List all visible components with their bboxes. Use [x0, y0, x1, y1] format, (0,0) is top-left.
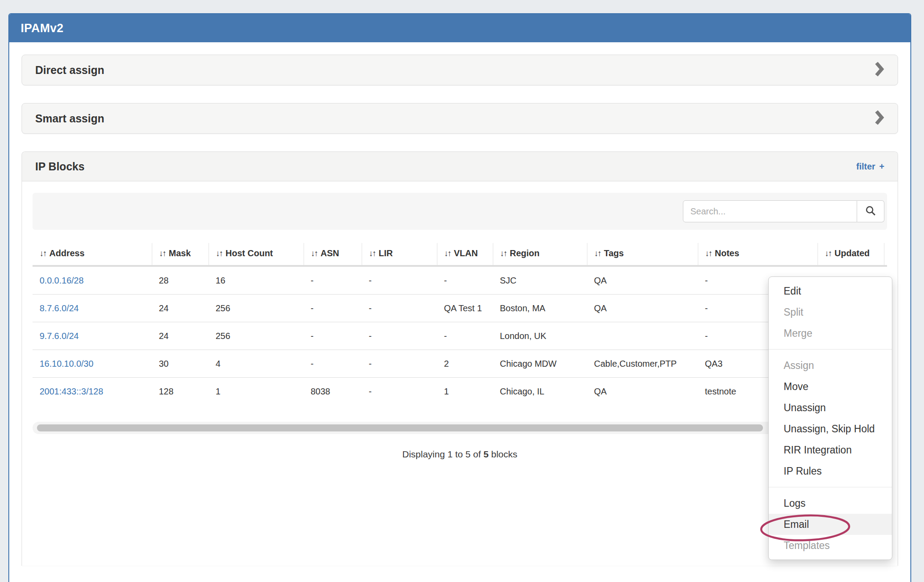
ip-blocks-body: ↓↑Address ↓↑Mask ↓↑Host Count ↓↑ASN ↓↑LI…: [22, 181, 898, 460]
horizontal-scrollbar-track: [33, 422, 887, 434]
block-link[interactable]: 0.0.0.16/28: [40, 276, 84, 285]
column-header-address[interactable]: ↓↑Address: [33, 243, 152, 266]
search-group: [683, 200, 884, 222]
ip-blocks-panel: IP Blocks filter +: [22, 151, 898, 566]
block-link[interactable]: 9.7.6.0/24: [40, 331, 79, 341]
sort-icon: ↓↑: [594, 249, 601, 258]
column-header-notes[interactable]: ↓↑Notes: [698, 243, 818, 266]
column-header-asn[interactable]: ↓↑ASN: [304, 243, 362, 266]
sort-icon: ↓↑: [216, 249, 223, 258]
column-header-vlan[interactable]: ↓↑VLAN: [437, 243, 493, 266]
menu-item-rir-integration[interactable]: RIR Integration: [769, 439, 892, 460]
column-header-mask[interactable]: ↓↑Mask: [152, 243, 209, 266]
total-count: 5: [484, 449, 489, 459]
filter-label: filter: [856, 162, 875, 172]
chevron-right-icon: [875, 61, 884, 79]
smart-assign-title: Smart assign: [35, 112, 104, 125]
column-header-actions: [884, 243, 887, 266]
sort-icon: ↓↑: [159, 249, 166, 258]
sort-icon: ↓↑: [705, 249, 712, 258]
menu-divider: [769, 487, 892, 487]
sort-icon: ↓↑: [40, 249, 46, 258]
sort-icon: ↓↑: [369, 249, 376, 258]
menu-item-ip-rules[interactable]: IP Rules: [769, 460, 892, 482]
search-input[interactable]: [683, 200, 857, 222]
app-title: IPAMv2: [21, 22, 63, 35]
block-link[interactable]: 8.7.6.0/24: [40, 303, 79, 313]
smart-assign-panel[interactable]: Smart assign: [22, 103, 898, 134]
chevron-right-icon: [875, 110, 884, 127]
ip-blocks-heading: IP Blocks filter +: [22, 152, 898, 181]
column-header-region[interactable]: ↓↑Region: [493, 243, 587, 266]
table-row: 8.7.6.0/24 24 256 - - QA Test 1 Boston, …: [33, 295, 887, 322]
menu-item-email[interactable]: Email: [769, 514, 892, 535]
sort-icon: ↓↑: [311, 249, 318, 258]
table-summary: Displaying 1 to 5 of 5 blocks: [33, 449, 887, 460]
table-row: 9.7.6.0/24 24 256 - - - London, UK -: [33, 322, 887, 350]
plus-icon: +: [879, 162, 884, 172]
menu-item-unassign[interactable]: Unassign: [769, 397, 892, 418]
menu-item-assign: Assign: [769, 355, 892, 376]
ip-blocks-table: ↓↑Address ↓↑Mask ↓↑Host Count ↓↑ASN ↓↑LI…: [33, 243, 887, 405]
table-row: 0.0.0.16/28 28 16 - - - SJC QA - 2021-12…: [33, 266, 887, 295]
column-header-host-count[interactable]: ↓↑Host Count: [209, 243, 304, 266]
sort-icon: ↓↑: [500, 249, 507, 258]
column-header-updated[interactable]: ↓↑Updated: [818, 243, 884, 266]
menu-divider: [769, 349, 892, 350]
search-icon: [865, 205, 876, 218]
table-toolbar: [33, 193, 887, 230]
sort-icon: ↓↑: [825, 249, 832, 258]
row-actions-context-menu: Edit Split Merge Assign Move Unassign Un…: [768, 276, 892, 560]
menu-item-templates: Templates: [769, 535, 892, 556]
block-link[interactable]: 2001:433::3/128: [40, 387, 103, 396]
horizontal-scrollbar-thumb[interactable]: [37, 424, 763, 431]
block-link[interactable]: 16.10.10.0/30: [40, 359, 93, 368]
menu-item-merge: Merge: [769, 323, 892, 344]
table-row: 16.10.10.0/30 30 4 - - 2 Chicago MDW Cab…: [33, 350, 887, 378]
table-scroll-viewport: ↓↑Address ↓↑Mask ↓↑Host Count ↓↑ASN ↓↑LI…: [33, 243, 887, 405]
sort-icon: ↓↑: [444, 249, 451, 258]
direct-assign-panel[interactable]: Direct assign: [22, 55, 898, 85]
search-button[interactable]: [857, 200, 884, 222]
menu-item-move[interactable]: Move: [769, 376, 892, 397]
column-header-tags[interactable]: ↓↑Tags: [587, 243, 698, 266]
menu-item-logs[interactable]: Logs: [769, 493, 892, 514]
table-row: 2001:433::3/128 128 1 8038 - 1 Chicago, …: [33, 378, 887, 405]
ip-blocks-title: IP Blocks: [35, 160, 84, 173]
filter-toggle-link[interactable]: filter +: [856, 162, 884, 172]
menu-item-unassign-skip-hold[interactable]: Unassign, Skip Hold: [769, 418, 892, 439]
app-header: IPAMv2: [9, 14, 910, 42]
direct-assign-title: Direct assign: [35, 64, 104, 77]
column-header-lir[interactable]: ↓↑LIR: [362, 243, 437, 266]
menu-item-split: Split: [769, 302, 892, 323]
menu-item-edit[interactable]: Edit: [769, 280, 892, 302]
table-header-row: ↓↑Address ↓↑Mask ↓↑Host Count ↓↑ASN ↓↑LI…: [33, 243, 887, 266]
